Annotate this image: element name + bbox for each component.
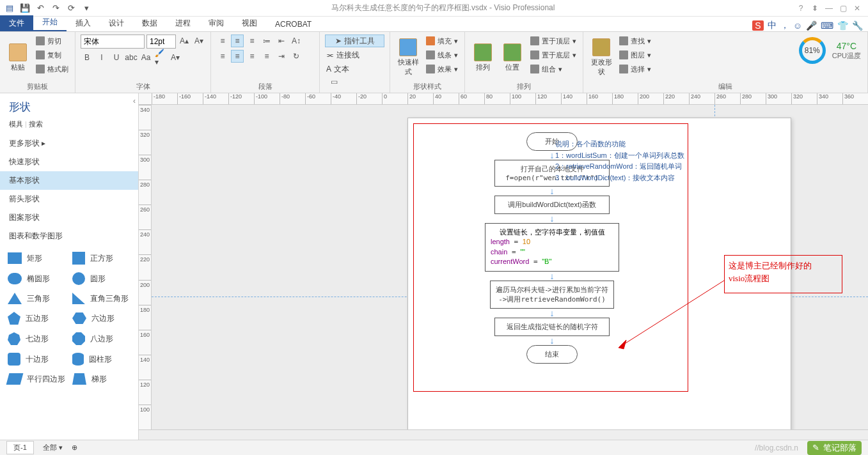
stencil-5[interactable]: 图表和数学图形 bbox=[0, 227, 138, 245]
shape-八边形[interactable]: 八边形 bbox=[71, 330, 132, 348]
shape-正方形[interactable]: 正方形 bbox=[71, 249, 132, 267]
indent-inc-button[interactable]: ⇥ bbox=[275, 50, 288, 63]
font-u-button[interactable]: U bbox=[110, 51, 123, 64]
layer-button[interactable]: 图层 ▾ bbox=[618, 49, 652, 61]
subtab-stencils[interactable]: 模具 bbox=[9, 120, 23, 128]
stencil-4[interactable]: 图案形状 bbox=[0, 208, 138, 227]
justify-button[interactable]: ≡ bbox=[260, 50, 273, 63]
group-button[interactable]: 组合 ▾ bbox=[529, 63, 578, 75]
ruler-horizontal[interactable]: -180-160-140-120-100-80-60-40-2002040608… bbox=[139, 93, 868, 105]
ime-settings-icon[interactable]: 🔧 bbox=[852, 20, 863, 31]
ruler-vertical[interactable]: 340320300280260240220200180160140120100 bbox=[139, 105, 152, 429]
quick-styles-button[interactable]: 快速样式 bbox=[395, 35, 421, 81]
copy-button[interactable]: 复制 bbox=[35, 49, 70, 61]
shape-梯形[interactable]: 梯形 bbox=[71, 371, 132, 387]
tab-ACROBAT[interactable]: ACROBAT bbox=[266, 17, 320, 31]
rotate-text-button[interactable]: ↻ bbox=[290, 50, 303, 63]
tab-设计[interactable]: 设计 bbox=[100, 15, 133, 31]
flow-node-build[interactable]: 调用buildWordDict(text)函数 bbox=[494, 196, 610, 214]
position-button[interactable]: 位置 bbox=[500, 35, 525, 81]
align-button[interactable]: 排列 bbox=[470, 35, 496, 81]
shape-椭圆形[interactable]: 椭圆形 bbox=[6, 270, 67, 288]
shape-直角三角形[interactable]: 直角三角形 bbox=[71, 290, 132, 307]
shape-十边形[interactable]: 十边形 bbox=[6, 350, 67, 368]
indent-dec-button[interactable]: ⇤ bbox=[275, 35, 288, 47]
shape-五边形[interactable]: 五边形 bbox=[6, 309, 67, 327]
tools-drop-1[interactable]: ▭ bbox=[327, 75, 340, 88]
function-notes[interactable]: 说明：各个函数的功能 1：wordListSum：创建一个单词列表总数 2：re… bbox=[555, 139, 684, 183]
shrink-font-button[interactable]: A▾ bbox=[193, 35, 205, 47]
paste-button[interactable]: 粘贴 bbox=[5, 35, 31, 81]
drawing-page[interactable]: 开始 ↓ 打开自己的本地文件f=open(r"wen.txt","r") ↓ 调… bbox=[152, 105, 868, 429]
line-button[interactable]: 线条 ▾ bbox=[425, 49, 459, 61]
shape-七边形[interactable]: 七边形 bbox=[6, 330, 67, 348]
shape-圆形[interactable]: 圆形 bbox=[71, 270, 132, 288]
tab-进程[interactable]: 进程 bbox=[166, 15, 200, 31]
shape-平行四边形[interactable]: 平行四边形 bbox=[6, 371, 67, 387]
align-left-button[interactable]: ≡ bbox=[216, 50, 229, 63]
shape-圆柱形[interactable]: 圆柱形 bbox=[71, 350, 132, 368]
panel-collapse-button[interactable]: ‹ bbox=[130, 93, 138, 109]
effect-button[interactable]: 效果 ▾ bbox=[425, 63, 459, 75]
align-middle-button[interactable]: ≡ bbox=[231, 35, 244, 47]
change-shape-button[interactable]: 更改形状 bbox=[588, 35, 614, 81]
undo-button[interactable]: ↶ bbox=[35, 3, 46, 14]
font-color-button[interactable]: A▾ bbox=[169, 51, 182, 64]
ribbon-collapse-button[interactable]: ⬍ bbox=[810, 4, 819, 13]
tab-视图[interactable]: 视图 bbox=[233, 15, 266, 31]
tab-审阅[interactable]: 审阅 bbox=[200, 15, 233, 31]
bullets-button[interactable]: ≔ bbox=[260, 35, 273, 47]
stencil-3[interactable]: 箭头形状 bbox=[0, 190, 138, 208]
text-tool-button[interactable]: A文本 bbox=[325, 63, 384, 75]
minimize-button[interactable]: — bbox=[825, 4, 833, 13]
font-size-select[interactable] bbox=[146, 35, 176, 49]
highlight-button[interactable]: 🖌️▾ bbox=[154, 51, 167, 64]
shape-矩形[interactable]: 矩形 bbox=[6, 249, 67, 267]
format-painter-button[interactable]: 格式刷 bbox=[35, 63, 70, 75]
font-name-select[interactable] bbox=[81, 35, 145, 49]
scrollbar-horizontal[interactable] bbox=[139, 429, 868, 440]
ime-lang[interactable]: 中 bbox=[768, 20, 777, 31]
redo-button[interactable]: ↷ bbox=[50, 3, 61, 14]
ime-mic-icon[interactable]: 🎤 bbox=[806, 20, 817, 31]
font-b-button[interactable]: B bbox=[81, 51, 93, 64]
pointer-tool-button[interactable]: ➤指针工具 bbox=[325, 35, 384, 47]
stencil-0[interactable]: 更多形状 ▸ bbox=[0, 134, 138, 153]
fill-button[interactable]: 填充 ▾ bbox=[425, 35, 459, 47]
page-tab-1[interactable]: 页-1 bbox=[6, 441, 34, 454]
find-button[interactable]: 查找 ▾ bbox=[618, 35, 652, 47]
qat-more[interactable]: ▾ bbox=[81, 3, 92, 14]
text-direction-button[interactable]: A↕ bbox=[290, 35, 303, 47]
close-button[interactable]: ✕ bbox=[853, 4, 862, 13]
font-abc-button[interactable]: abc bbox=[125, 51, 138, 64]
maximize-button[interactable]: ▢ bbox=[839, 4, 848, 13]
align-right-button[interactable]: ≡ bbox=[246, 50, 258, 63]
tab-文件[interactable]: 文件 bbox=[0, 15, 33, 31]
flow-node-return[interactable]: 返回生成指定链长的随机字符 bbox=[494, 318, 610, 336]
send-back-button[interactable]: 置于底层 ▾ bbox=[529, 49, 578, 61]
notetribe-badge[interactable]: ✎笔记部落 bbox=[807, 441, 862, 455]
ime-punct-icon[interactable]: ， bbox=[780, 20, 789, 31]
connector-tool-button[interactable]: ⫘连接线 bbox=[325, 49, 384, 61]
save-button[interactable]: 💾 bbox=[19, 3, 31, 14]
shape-三角形[interactable]: 三角形 bbox=[6, 290, 67, 307]
ime-skin-icon[interactable]: 👕 bbox=[837, 20, 848, 31]
flow-node-init[interactable]: 设置链长，空字符串变量，初值值 length = 10 chain = "" c… bbox=[485, 223, 619, 272]
tab-数据[interactable]: 数据 bbox=[133, 15, 166, 31]
ime-emoji-icon[interactable]: ☺ bbox=[793, 20, 802, 31]
ime-keyboard-icon[interactable]: ⌨ bbox=[821, 20, 833, 31]
align-center-button[interactable]: ≡ bbox=[231, 50, 244, 63]
all-pages-button[interactable]: 全部 ▾ bbox=[43, 443, 63, 452]
stencil-2[interactable]: 基本形状 bbox=[0, 171, 138, 190]
flow-end[interactable]: 结束 bbox=[526, 345, 578, 364]
bring-front-button[interactable]: 置于顶层 ▾ bbox=[529, 35, 578, 47]
flow-node-loop[interactable]: 遍历马尔科夫链->进行累加当前字符->调用retrieveRandomWord(… bbox=[490, 281, 613, 309]
select-button[interactable]: 选择 ▾ bbox=[618, 63, 652, 75]
add-page-button[interactable]: ⊕ bbox=[72, 443, 77, 452]
font-i-button[interactable]: I bbox=[95, 51, 108, 64]
help-button[interactable]: ? bbox=[796, 4, 805, 13]
callout-box[interactable]: 这是博主已经制作好的 visio流程图 bbox=[724, 255, 842, 293]
ime-logo-icon[interactable]: S bbox=[752, 20, 763, 31]
font-aa-button[interactable]: Aa bbox=[139, 51, 152, 64]
tab-开始[interactable]: 开始 bbox=[33, 14, 67, 31]
